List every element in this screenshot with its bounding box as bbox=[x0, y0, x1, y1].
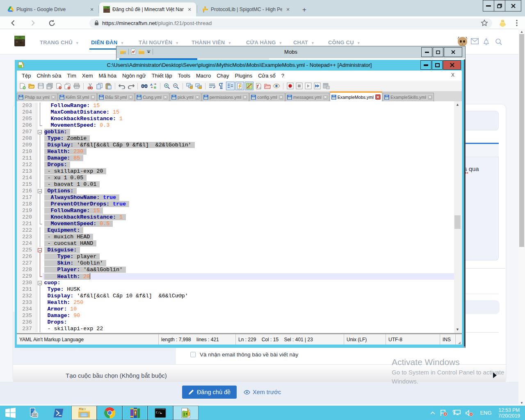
notepad-close-button[interactable] bbox=[443, 60, 461, 70]
function-list-icon[interactable]: f() bbox=[254, 82, 263, 91]
close-all-icon[interactable] bbox=[63, 82, 72, 91]
menu-thi-t-l-p[interactable]: Thiết lập bbox=[149, 73, 175, 79]
file-tab-close-icon[interactable]: ✕ bbox=[243, 95, 247, 100]
wrap-around-icon[interactable] bbox=[235, 82, 244, 90]
macro-save-icon[interactable] bbox=[322, 82, 331, 91]
cut-icon[interactable] bbox=[86, 82, 95, 91]
file-tab-close-icon[interactable]: ✕ bbox=[375, 94, 381, 100]
post-thread-button[interactable]: Đăng chủ đề bbox=[182, 386, 237, 399]
fold-margin[interactable] bbox=[38, 181, 43, 188]
browser-close-button[interactable] bbox=[505, 0, 521, 11]
tab-close-icon[interactable]: ✕ bbox=[285, 6, 291, 13]
mobs-minimize-button[interactable] bbox=[421, 47, 432, 57]
nav-item-t-i-nguy-n[interactable]: TÀI NGUYÊN▼ bbox=[139, 39, 179, 46]
file-tab-permissions.yml[interactable]: permissions.yml✕ bbox=[202, 93, 249, 101]
print-icon[interactable] bbox=[72, 82, 81, 91]
file-tab-messages.yml[interactable]: messages.yml✕ bbox=[285, 93, 329, 101]
folder-as-workspace-icon[interactable] bbox=[263, 82, 272, 91]
winrar-taskbar-button[interactable] bbox=[122, 406, 148, 420]
menu-plugins[interactable]: Plugins bbox=[232, 73, 256, 79]
menu-c-a-s-[interactable]: Cửa sổ bbox=[255, 73, 278, 79]
fold-margin[interactable] bbox=[38, 306, 43, 313]
copy-icon[interactable] bbox=[95, 82, 104, 91]
notepad-title-bar[interactable]: C:\Users\Administrator\Desktop\Sever\plu… bbox=[15, 60, 464, 71]
address-bar[interactable]: https://minecraftvn.net/plugin.f21/post-… bbox=[89, 18, 492, 28]
scroll-down-arrow-icon[interactable]: ▼ bbox=[518, 400, 525, 406]
fold-margin[interactable] bbox=[38, 267, 43, 273]
fold-margin[interactable] bbox=[38, 188, 43, 194]
reload-icon[interactable] bbox=[47, 18, 56, 27]
menu-m-h-a[interactable]: Mã hóa bbox=[96, 73, 119, 79]
nav-item-di-n-n[interactable]: DIỄN ĐÀN▼ bbox=[91, 39, 124, 46]
macro-stop-icon[interactable] bbox=[294, 82, 304, 91]
file-tab-config.yml[interactable]: config.yml✕ bbox=[249, 93, 285, 101]
fold-margin[interactable] bbox=[38, 247, 43, 253]
fold-margin[interactable] bbox=[38, 221, 43, 227]
editor-scrollbar[interactable]: ▲ ▼ bbox=[454, 101, 461, 333]
browser-maximize-button[interactable] bbox=[494, 0, 505, 11]
macro-run-multiple-icon[interactable] bbox=[313, 82, 322, 91]
indent-guide-icon[interactable] bbox=[226, 82, 235, 90]
new-file-icon[interactable] bbox=[18, 82, 27, 91]
tab-close-icon[interactable]: ✕ bbox=[89, 6, 95, 13]
fold-margin[interactable] bbox=[38, 194, 43, 201]
extension-icon[interactable] bbox=[499, 19, 507, 29]
fold-margin[interactable] bbox=[38, 293, 43, 299]
file-explorer-taskbar-button[interactable] bbox=[71, 406, 97, 420]
email-notify-checkbox[interactable] bbox=[190, 352, 196, 357]
site-logo[interactable] bbox=[14, 35, 25, 48]
server-manager-taskbar-button[interactable] bbox=[21, 406, 46, 420]
browser-tab-2[interactable]: Đăng chủ đề | Minecraft Việt Nam✕ bbox=[99, 2, 196, 16]
fold-margin[interactable] bbox=[38, 162, 43, 168]
file-tab-examplemobs.yml[interactable]: ExampleMobs.yml✕ bbox=[330, 91, 382, 101]
macro-record-icon[interactable] bbox=[285, 82, 294, 91]
resize-grip[interactable]: ◢ bbox=[456, 334, 461, 345]
browser-minimize-button[interactable] bbox=[483, 0, 494, 11]
open-file-icon[interactable] bbox=[27, 82, 36, 91]
fold-margin[interactable] bbox=[38, 273, 43, 280]
file-tab-close-icon[interactable]: ✕ bbox=[279, 95, 283, 100]
new-tab-button[interactable]: + bbox=[299, 4, 310, 16]
search-icon[interactable] bbox=[495, 38, 502, 47]
fold-margin[interactable] bbox=[38, 253, 43, 260]
mail-icon[interactable] bbox=[471, 38, 479, 46]
taskbar-clock[interactable]: 12:53 PM 7/20/2019 bbox=[498, 407, 520, 419]
sync-horizontal-icon[interactable] bbox=[194, 82, 203, 91]
fold-margin[interactable] bbox=[38, 208, 43, 214]
editor-scrollbar-thumb[interactable] bbox=[454, 215, 461, 229]
fold-collapse-icon[interactable] bbox=[38, 281, 42, 285]
fold-collapse-icon[interactable] bbox=[38, 130, 42, 134]
file-tab-close-icon[interactable]: ✕ bbox=[51, 95, 56, 100]
menu-ch-nh-s-a[interactable]: Chỉnh sửa bbox=[34, 73, 64, 79]
status-encoding[interactable]: UTF-8 bbox=[386, 334, 440, 345]
menu-dots-icon[interactable] bbox=[513, 19, 520, 29]
notepad-editor[interactable]: 203 FollowRange: 15204 MaxCombatDistance… bbox=[17, 101, 462, 333]
collapse-arrow-icon[interactable] bbox=[493, 372, 497, 378]
sync-vertical-icon[interactable] bbox=[185, 82, 194, 91]
save-all-icon[interactable] bbox=[45, 82, 54, 91]
lock-icon[interactable] bbox=[94, 20, 99, 27]
fold-margin[interactable] bbox=[38, 135, 43, 142]
replace-icon[interactable]: AB bbox=[149, 82, 158, 91]
paste-icon[interactable] bbox=[104, 82, 113, 91]
zoom-in-icon[interactable] bbox=[162, 82, 171, 91]
fold-collapse-icon[interactable] bbox=[38, 248, 42, 252]
mobs-close-button[interactable] bbox=[444, 47, 462, 57]
fold-margin[interactable] bbox=[38, 116, 43, 122]
monitoring-icon[interactable] bbox=[272, 82, 281, 91]
menu-ch-y[interactable]: Chạy bbox=[214, 73, 232, 79]
fold-margin[interactable] bbox=[38, 109, 43, 116]
nav-item-c-a-h-ng[interactable]: CỬA HÀNG▼ bbox=[246, 39, 283, 46]
file-tab-cung.yml[interactable]: Cung.yml✕ bbox=[135, 93, 169, 101]
forward-icon[interactable] bbox=[28, 18, 37, 27]
fold-margin[interactable] bbox=[38, 313, 43, 319]
fold-margin[interactable] bbox=[38, 227, 43, 234]
chrome-taskbar-button[interactable] bbox=[97, 406, 122, 420]
menu-ng-n-ng-[interactable]: Ngôn ngữ bbox=[119, 73, 149, 79]
fold-margin[interactable] bbox=[38, 122, 43, 129]
page-scrollbar-thumb[interactable] bbox=[519, 34, 524, 247]
close-file-icon[interactable] bbox=[54, 82, 63, 91]
macro-play-icon[interactable] bbox=[304, 82, 313, 91]
fold-margin[interactable] bbox=[38, 168, 43, 175]
fold-margin[interactable] bbox=[38, 214, 43, 221]
